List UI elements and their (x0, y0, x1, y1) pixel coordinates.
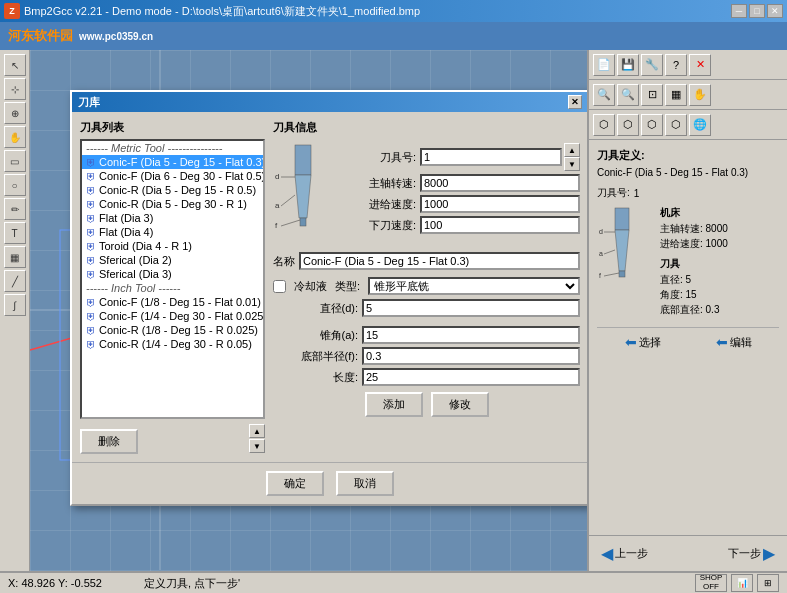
status-coords: X: 48.926 Y: -0.552 (8, 577, 128, 589)
tool-library-dialog: 刀库 ✕ 刀具列表 ------ Metric Tool -----------… (70, 90, 587, 506)
rt-globe[interactable]: 🌐 (689, 114, 711, 136)
list-item-text: Flat (Dia 3) (99, 212, 153, 224)
list-item[interactable]: ⛨Sferical (Dia 3) (82, 267, 263, 281)
rt-save[interactable]: 💾 (617, 54, 639, 76)
select-label[interactable]: 选择 (639, 335, 661, 350)
tool-curve[interactable]: ∫ (4, 294, 26, 316)
edit-label[interactable]: 编辑 (730, 335, 752, 350)
dialog-close-button[interactable]: ✕ (568, 95, 582, 109)
close-button[interactable]: ✕ (767, 4, 783, 18)
feed-input[interactable] (420, 195, 580, 213)
tool-text[interactable]: T (4, 222, 26, 244)
prev-button[interactable]: ◀ 上一步 (601, 544, 648, 563)
diam-input[interactable] (362, 299, 580, 317)
list-item[interactable]: ⛨Conic-F (Dia 5 - Deg 15 - Flat 0.3) (82, 155, 263, 169)
list-item[interactable]: ------ Inch Tool ------ (82, 281, 263, 295)
tool-num-up[interactable]: ▲ (564, 143, 580, 157)
length-label: 长度: (273, 370, 358, 385)
tool-rect[interactable]: ▭ (4, 150, 26, 172)
title-buttons[interactable]: ─ □ ✕ (731, 4, 783, 18)
svg-line-12 (281, 220, 300, 226)
rt-view[interactable]: ▦ (665, 84, 687, 106)
tool-zoom[interactable]: ⊕ (4, 102, 26, 124)
right-toolbar-row3: ⬡ ⬡ ⬡ ⬡ 🌐 (589, 110, 787, 140)
status-grid-icon[interactable]: ⊞ (757, 574, 779, 592)
list-label: 刀具列表 (80, 120, 265, 135)
rt-new[interactable]: 📄 (593, 54, 615, 76)
select-btn-area[interactable]: ⬅ 选择 (625, 334, 661, 350)
plunge-label: 下刀速度: (341, 218, 416, 233)
maximize-button[interactable]: □ (749, 4, 765, 18)
tool-list[interactable]: ------ Metric Tool ---------------⛨Conic… (80, 139, 265, 419)
flat-rad-input[interactable] (362, 347, 580, 365)
list-item-text: Conic-R (1/4 - Deg 30 - R 0.05) (99, 338, 252, 350)
list-item[interactable]: ⛨Conic-R (Dia 5 - Deg 15 - R 0.5) (82, 183, 263, 197)
right-feed-label: 进给速度: (660, 238, 703, 249)
cancel-button[interactable]: 取消 (336, 471, 394, 496)
spindle-label: 主轴转速: (341, 176, 416, 191)
ok-button[interactable]: 确定 (266, 471, 324, 496)
rt-3d3[interactable]: ⬡ (641, 114, 663, 136)
list-item[interactable]: ⛨Conic-F (1/4 - Deg 30 - Flat 0.025 (82, 309, 263, 323)
tool-line[interactable]: ╱ (4, 270, 26, 292)
rt-3d2[interactable]: ⬡ (617, 114, 639, 136)
list-item[interactable]: ⛨Conic-F (1/8 - Deg 15 - Flat 0.01) (82, 295, 263, 309)
add-button[interactable]: 添加 (365, 392, 423, 417)
list-item[interactable]: ⛨Flat (Dia 3) (82, 211, 263, 225)
rt-zoom-out[interactable]: 🔍 (617, 84, 639, 106)
edit-btn-area[interactable]: ⬅ 编辑 (716, 334, 752, 350)
canvas-area[interactable]: 刀库 ✕ 刀具列表 ------ Metric Tool -----------… (30, 50, 587, 571)
svg-text:f: f (599, 272, 601, 279)
list-item-text: Sferical (Dia 2) (99, 254, 172, 266)
right-panel: 📄 💾 🔧 ? ✕ 🔍 🔍 ⊡ ▦ ✋ ⬡ ⬡ ⬡ ⬡ 🌐 刀具定义: Coni… (587, 50, 787, 571)
list-item[interactable]: ⛨Conic-R (1/8 - Deg 15 - R 0.025) (82, 323, 263, 337)
tool-num-down[interactable]: ▼ (564, 157, 580, 171)
plunge-input[interactable] (420, 216, 580, 234)
svg-line-21 (604, 273, 619, 276)
tool-num-input[interactable] (420, 148, 562, 166)
rt-3d4[interactable]: ⬡ (665, 114, 687, 136)
rt-close[interactable]: ✕ (689, 54, 711, 76)
list-item[interactable]: ⛨Sferical (Dia 2) (82, 253, 263, 267)
right-diam-label: 直径: (660, 274, 683, 285)
tool-shield-icon: ⛨ (86, 185, 96, 196)
next-button[interactable]: 下一步 ▶ (728, 544, 775, 563)
rt-help[interactable]: ? (665, 54, 687, 76)
rt-settings[interactable]: 🔧 (641, 54, 663, 76)
list-scroll-up[interactable]: ▲ (249, 424, 265, 438)
rt-hand[interactable]: ✋ (689, 84, 711, 106)
list-scroll-down[interactable]: ▼ (249, 439, 265, 453)
svg-text:d: d (599, 228, 603, 235)
list-item[interactable]: ⛨Conic-F (Dia 6 - Deg 30 - Flat 0.5) (82, 169, 263, 183)
list-item[interactable]: ⛨Toroid (Dia 4 - R 1) (82, 239, 263, 253)
minimize-button[interactable]: ─ (731, 4, 747, 18)
svg-rect-13 (615, 208, 629, 230)
list-item[interactable]: ⛨Conic-R (1/4 - Deg 30 - R 0.05) (82, 337, 263, 351)
tool-shield-icon: ⛨ (86, 269, 96, 280)
tool-def-panel: 刀具定义: Conic-F (Dia 5 - Deg 15 - Flat 0.3… (589, 140, 787, 535)
rt-zoom-in[interactable]: 🔍 (593, 84, 615, 106)
rt-zoom-fit[interactable]: ⊡ (641, 84, 663, 106)
shop-off-button[interactable]: SHOPOFF (695, 574, 727, 592)
list-item[interactable]: ⛨Flat (Dia 4) (82, 225, 263, 239)
coolant-checkbox[interactable] (273, 280, 286, 293)
list-item[interactable]: ------ Metric Tool --------------- (82, 141, 263, 155)
tool-pan[interactable]: ✋ (4, 126, 26, 148)
delete-button[interactable]: 删除 (80, 429, 138, 454)
tool-node[interactable]: ⊹ (4, 78, 26, 100)
svg-rect-6 (300, 218, 306, 226)
type-select[interactable]: 锥形平底铣 (368, 277, 580, 295)
tool-fill[interactable]: ▦ (4, 246, 26, 268)
right-flat-diam-label: 底部直径: (660, 304, 703, 315)
rt-3d1[interactable]: ⬡ (593, 114, 615, 136)
cone-input[interactable] (362, 326, 580, 344)
name-input[interactable] (299, 252, 580, 270)
length-input[interactable] (362, 368, 580, 386)
status-chart-icon[interactable]: 📊 (731, 574, 753, 592)
tool-circle[interactable]: ○ (4, 174, 26, 196)
modify-button[interactable]: 修改 (431, 392, 489, 417)
list-item[interactable]: ⛨Conic-R (Dia 5 - Deg 30 - R 1) (82, 197, 263, 211)
tool-pencil[interactable]: ✏ (4, 198, 26, 220)
tool-arrow[interactable]: ↖ (4, 54, 26, 76)
spindle-input[interactable] (420, 174, 580, 192)
